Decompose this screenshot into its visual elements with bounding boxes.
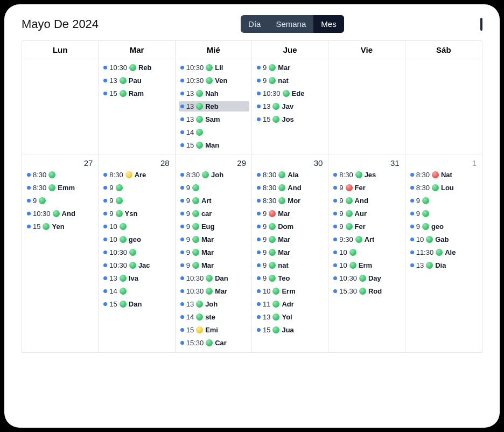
calendar-event[interactable]: 15:30Rod xyxy=(332,286,402,296)
view-day-button[interactable]: Día xyxy=(241,15,268,33)
calendar-event[interactable]: 15Yen xyxy=(25,221,96,232)
calendar-event[interactable]: 9Dom xyxy=(255,221,326,232)
calendar-event[interactable]: 13Reb xyxy=(179,101,249,112)
calendar-event[interactable]: 9geo xyxy=(409,221,480,232)
calendar-event[interactable]: 10 xyxy=(332,247,402,257)
calendar-event[interactable]: 8:30Are xyxy=(102,170,172,180)
calendar-event[interactable]: 9 xyxy=(102,196,172,206)
calendar-event[interactable]: 9Mar xyxy=(179,234,249,245)
day-cell[interactable]: 10:30Lil10:30Ven13Nah13Reb13Sam1415Man xyxy=(176,59,252,155)
calendar-event[interactable]: 15Ram xyxy=(102,88,172,99)
day-cell[interactable]: 278:308:30Emm910:30And15Yen xyxy=(22,155,99,352)
calendar-event[interactable]: 10:30Day xyxy=(332,273,402,283)
calendar-event[interactable]: 8:30Mor xyxy=(255,196,326,206)
calendar-event[interactable]: 15Jua xyxy=(255,325,326,335)
calendar-event[interactable]: 8:30Emm xyxy=(25,183,96,193)
calendar-event[interactable]: 15Jos xyxy=(255,114,326,124)
calendar-event[interactable]: 9Mar xyxy=(255,62,326,73)
calendar-event[interactable]: 9Fer xyxy=(332,183,402,193)
calendar-event[interactable]: 9Aur xyxy=(332,208,402,219)
event-time: 9 xyxy=(186,197,190,205)
event-bullet-icon xyxy=(180,212,184,215)
calendar-event[interactable]: 14 xyxy=(179,127,249,137)
calendar-event[interactable]: 9Mar xyxy=(255,234,326,245)
calendar-event[interactable]: 15Dan xyxy=(102,299,172,309)
calendar-event[interactable]: 9Art xyxy=(179,196,249,206)
calendar-event[interactable]: 15Emi xyxy=(179,325,249,335)
calendar-event[interactable]: 9 xyxy=(102,183,172,193)
calendar-event[interactable]: 10:30 xyxy=(102,247,172,257)
event-bullet-icon xyxy=(410,212,414,215)
calendar-event[interactable]: 10:30Ede xyxy=(255,88,326,99)
day-cell[interactable]: 18:30Nat8:30Lou999geo10Gab11:30Ale13Dia xyxy=(405,155,482,352)
calendar-event[interactable]: 9 xyxy=(179,183,249,193)
calendar-event[interactable]: 9Mar xyxy=(255,247,326,257)
calendar-event[interactable]: 9Mar xyxy=(179,260,249,270)
event-time: 9 xyxy=(263,274,267,282)
calendar-event[interactable]: 9And xyxy=(332,196,402,206)
calendar-event[interactable]: 9nat xyxy=(255,75,326,86)
calendar-event[interactable]: 10:30Lil xyxy=(179,62,249,73)
calendar-event[interactable]: 9nat xyxy=(255,260,326,270)
event-bullet-icon xyxy=(180,117,184,121)
calendar-event[interactable]: 13Joh xyxy=(179,299,249,309)
day-cell[interactable]: 288:30Are999Ysn1010geo10:3010:30Jac13Iva… xyxy=(99,155,175,352)
calendar-event[interactable]: 9 xyxy=(25,196,96,206)
calendar-event[interactable]: 15Man xyxy=(179,140,249,150)
calendar-event[interactable]: 13Pau xyxy=(102,75,172,86)
day-cell[interactable] xyxy=(22,59,99,155)
day-cell[interactable]: 318:30Jes9Fer9And9Aur9Fer9:30Art1010Erm1… xyxy=(328,155,405,352)
calendar-event[interactable]: 10:30Dan xyxy=(179,273,249,283)
day-cell[interactable]: 10:30Reb13Pau15Ram xyxy=(99,59,175,155)
calendar-event[interactable]: 14 xyxy=(102,286,172,296)
calendar-event[interactable]: 10:30And xyxy=(25,208,96,219)
calendar-event[interactable]: 8:30Lou xyxy=(409,183,480,193)
calendar-event[interactable]: 9Mar xyxy=(255,208,326,219)
calendar-event[interactable]: 9 xyxy=(409,196,480,206)
calendar-event[interactable]: 8:30And xyxy=(255,183,326,193)
calendar-event[interactable]: 8:30Joh xyxy=(179,170,249,180)
calendar-event[interactable]: 10Erm xyxy=(255,286,326,296)
calendar-event[interactable]: 9Mar xyxy=(179,247,249,257)
calendar-event[interactable]: 10Gab xyxy=(409,234,480,245)
status-dot-icon xyxy=(129,262,136,269)
calendar-event[interactable]: 9:30Art xyxy=(332,234,402,245)
calendar-event[interactable]: 13Sam xyxy=(179,114,249,124)
calendar-event[interactable]: 10Erm xyxy=(332,260,402,270)
calendar-event[interactable]: 11:30Ale xyxy=(409,247,480,257)
calendar-event[interactable]: 10:30Ven xyxy=(179,75,249,86)
calendar-event[interactable]: 10geo xyxy=(102,234,172,245)
calendar-event[interactable]: 8:30Ala xyxy=(255,170,326,180)
calendar-event[interactable]: 14ste xyxy=(179,312,249,322)
day-cell[interactable] xyxy=(328,59,405,155)
calendar-event[interactable]: 10:30Reb xyxy=(102,62,172,73)
calendar-event[interactable]: 13Nah xyxy=(179,88,249,99)
event-time: 14 xyxy=(109,287,117,295)
calendar-event[interactable]: 13Yol xyxy=(255,312,326,322)
view-month-button[interactable]: Mes xyxy=(313,15,344,33)
day-cell[interactable]: 9Mar9nat10:30Ede13Jav15Jos xyxy=(252,59,328,155)
calendar-event[interactable]: 13Jav xyxy=(255,101,326,112)
calendar-event[interactable]: 10 xyxy=(102,221,172,232)
calendar-event[interactable]: 10:30Mar xyxy=(179,286,249,296)
calendar-event[interactable]: 10:30Jac xyxy=(102,260,172,270)
calendar-event[interactable]: 13Iva xyxy=(102,273,172,283)
day-cell[interactable]: 298:30Joh99Art9car9Eug9Mar9Mar9Mar10:30D… xyxy=(176,155,252,352)
view-week-button[interactable]: Semana xyxy=(268,15,313,33)
calendar-event[interactable]: 8:30Jes xyxy=(332,170,402,180)
status-dot-icon xyxy=(269,64,276,71)
calendar-event[interactable]: 9Eug xyxy=(179,221,249,232)
calendar-event[interactable]: 8:30Nat xyxy=(409,170,480,180)
calendar-event[interactable]: 9 xyxy=(409,208,480,219)
calendar-event[interactable]: 9Fer xyxy=(332,221,402,232)
calendar-event[interactable]: 15:30Car xyxy=(179,338,249,348)
calendar-event[interactable]: 13Dia xyxy=(409,260,480,270)
event-bullet-icon xyxy=(103,289,107,293)
calendar-event[interactable]: 9Ysn xyxy=(102,208,172,219)
calendar-event[interactable]: 9Teo xyxy=(255,273,326,283)
calendar-event[interactable]: 11Adr xyxy=(255,299,326,309)
day-cell[interactable]: 308:30Ala8:30And8:30Mor9Mar9Dom9Mar9Mar9… xyxy=(252,155,328,352)
calendar-event[interactable]: 9car xyxy=(179,208,249,219)
calendar-event[interactable]: 8:30 xyxy=(25,170,96,180)
day-cell[interactable] xyxy=(405,59,482,155)
